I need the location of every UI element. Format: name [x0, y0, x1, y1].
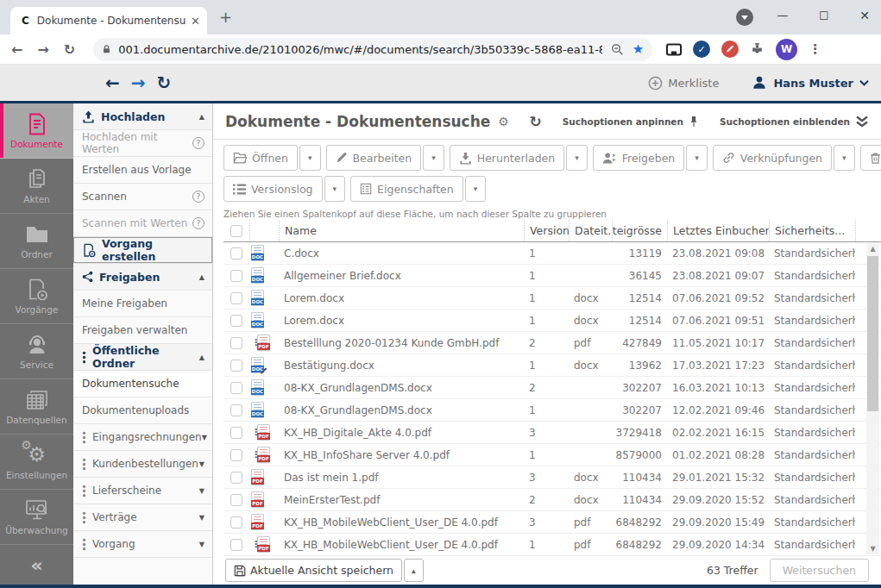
row-checkbox[interactable]	[230, 270, 242, 282]
row-checkbox[interactable]	[230, 315, 242, 327]
document-name[interactable]: KX_HB_Digitale_Akte 4.0.pdf	[279, 422, 524, 443]
freigeben-button[interactable]: Freigeben	[593, 145, 684, 171]
herunterladen-dropdown-icon[interactable]: ▾	[566, 145, 588, 171]
document-name[interactable]: Allgemeiner Brief.docx	[279, 265, 524, 286]
verknupfungen-button[interactable]: Verknüpfungen	[713, 145, 832, 171]
window-maximize-button[interactable]: □	[815, 9, 834, 21]
browser-back-icon[interactable]: ←	[11, 41, 22, 58]
table-row[interactable]: PDFKX_HB_MobileWebClient_User_DE 4.0.pdf…	[223, 511, 881, 534]
menu-item-hochladen-mit-werten[interactable]: Hochladen mit Werten?	[73, 130, 212, 157]
document-name[interactable]: Bestelllung 2020-01234 Kunde GmbH.pdf	[279, 332, 524, 353]
menu-item-offentliche-ordner[interactable]: Öffentliche Ordner▲	[73, 344, 212, 371]
menu-item-freigaben-verwalten[interactable]: Freigaben verwalten	[73, 317, 212, 344]
browser-forward-icon[interactable]: →	[37, 41, 48, 58]
sidebar-item-service[interactable]: Service	[0, 324, 73, 379]
row-checkbox[interactable]	[230, 292, 242, 304]
document-name[interactable]: KX_HB_MobileWebClient_User_DE 4.0.pdf	[279, 534, 524, 555]
help-icon[interactable]: ?	[192, 191, 205, 203]
row-checkbox[interactable]	[230, 494, 242, 506]
sidebar-item-dokumente[interactable]: Dokumente	[0, 103, 73, 159]
tab-search-icon[interactable]	[736, 9, 753, 26]
pin-search-options-button[interactable]: Suchoptionen anpinnen	[563, 116, 699, 128]
eigenschaften-dropdown-icon[interactable]: ▾	[465, 176, 487, 202]
verknupfungen-dropdown-icon[interactable]: ▾	[834, 145, 855, 171]
help-icon[interactable]: ?	[192, 217, 205, 229]
table-row[interactable]: DOCLorem.docx1docx1251407.06.2021 09:52S…	[223, 287, 881, 310]
app-reload-icon[interactable]: ↻	[157, 72, 172, 93]
puzzle-extensions-icon[interactable]	[750, 42, 765, 57]
refresh-results-icon[interactable]: ↻	[529, 113, 541, 130]
sidebar-item-einstellungen[interactable]: ⚙⚙Einstellungen	[0, 435, 73, 490]
show-search-options-button[interactable]: Suchoptionen einblenden	[720, 116, 869, 128]
user-menu[interactable]: Hans Muster	[752, 75, 869, 91]
table-row[interactable]: ⋮PDFKX_HB_MobileWebClient_User_DE 4.0.pd…	[223, 534, 881, 556]
continue-search-button[interactable]: Weitersuchen	[770, 559, 869, 582]
versionslog-button[interactable]: Versionslog	[223, 176, 323, 202]
tab-close-icon[interactable]: ✕	[191, 15, 200, 28]
browser-reload-icon[interactable]: ↻	[64, 41, 75, 58]
collapse-down-icon[interactable]: ▼	[199, 487, 205, 495]
collapse-up-icon[interactable]: ▲	[199, 113, 205, 121]
scrollbar-thumb[interactable]	[867, 256, 878, 411]
sidebar-item-akten[interactable]: Akten	[0, 159, 73, 214]
col-header-version[interactable]: Version	[524, 220, 569, 241]
browser-tab[interactable]: C Dokumente - Dokumentensuche ✕	[10, 7, 207, 34]
table-row[interactable]: DOCBestätigung.docx1docx1396217.03.2021 …	[223, 354, 881, 377]
herunterladen-button[interactable]: Herunterladen	[450, 145, 565, 171]
row-checkbox[interactable]	[230, 539, 242, 551]
row-checkbox[interactable]	[230, 516, 242, 529]
eigenschaften-button[interactable]: Eigenschaften	[350, 176, 463, 202]
menu-item-freigaben[interactable]: Freigaben▲	[73, 264, 212, 291]
versionslog-dropdown-icon[interactable]: ▾	[324, 176, 346, 202]
menu-item-kundenbestellungen[interactable]: Kundenbestellungen▼	[73, 451, 212, 478]
document-name[interactable]: KX_HB_MobileWebClient_User_DE 4.0.pdf	[279, 511, 524, 533]
menu-item-hochladen[interactable]: Hochladen▲	[73, 103, 212, 130]
col-header-name[interactable]: Name	[279, 220, 524, 241]
new-tab-button[interactable]: +	[219, 8, 232, 26]
row-checkbox[interactable]	[230, 449, 242, 461]
app-forward-icon[interactable]: →	[131, 72, 146, 93]
zoom-out-icon[interactable]	[611, 43, 624, 56]
sidebar-collapse-button[interactable]: «	[0, 545, 73, 585]
help-icon[interactable]: ?	[192, 137, 205, 149]
document-name[interactable]: C.docx	[279, 242, 524, 264]
sidebar-item-ordner[interactable]: Ordner	[0, 214, 73, 269]
bearbeiten-dropdown-icon[interactable]: ▾	[423, 145, 444, 171]
sidebar-item-vorgange[interactable]: Vorgänge	[0, 269, 73, 324]
col-header-checkin[interactable]: Letztes Einbuchen	[667, 220, 769, 241]
table-row[interactable]: ⋮PDFKX_HB_InfoShare Server 4.0.pdf185790…	[223, 444, 881, 466]
menu-item-vertrage[interactable]: Verträge▼	[73, 504, 212, 531]
col-header-security[interactable]: Sicherheits...	[769, 220, 855, 241]
menu-item-erstellen-aus-vorlage[interactable]: Erstellen aus Vorlage	[73, 157, 212, 184]
collapse-up-icon[interactable]: ▲	[199, 273, 205, 281]
scroll-up-icon[interactable]: ▲	[866, 242, 879, 254]
window-minimize-button[interactable]: —	[773, 9, 792, 22]
select-all-checkbox[interactable]	[230, 225, 242, 237]
menu-item-dokumentensuche[interactable]: Dokumentensuche	[73, 371, 212, 397]
table-row[interactable]: DOC08-KX_GrundlagenDMS.docx130220712.02.…	[223, 399, 881, 422]
loschen-button[interactable]: Löschen	[860, 145, 881, 171]
document-name[interactable]: KX_HB_InfoShare Server 4.0.pdf	[279, 444, 524, 466]
collapse-down-icon[interactable]: ▼	[199, 514, 205, 522]
document-name[interactable]: 08-KX_GrundlagenDMS.docx	[279, 377, 524, 398]
sidebar-item-datenquellen[interactable]: Datenquellen	[0, 379, 73, 435]
offnen-button[interactable]: Öffnen	[223, 145, 298, 171]
menu-item-vorgang-erstellen[interactable]: Vorgang erstellen	[73, 237, 212, 264]
title-gear-icon[interactable]: ⚙	[498, 115, 509, 128]
table-row[interactable]: DOCAllgemeiner Brief.docx13614523.08.202…	[223, 265, 881, 287]
col-header-filesize[interactable]: Dateigrösse	[612, 220, 667, 241]
table-row[interactable]: PDFMeinErsterTest.pdf2docx11043429.09.20…	[223, 489, 881, 511]
table-row[interactable]: ⋮PDFKX_HB_Digitale_Akte 4.0.pdf337294180…	[223, 422, 881, 444]
collapse-down-icon[interactable]: ▼	[202, 434, 207, 441]
save-view-button[interactable]: Aktuelle Ansicht speichern	[225, 559, 402, 582]
app-back-icon[interactable]: ←	[105, 72, 120, 93]
row-checkbox[interactable]	[230, 360, 242, 372]
table-row[interactable]: DOC08-KX_GrundlagenDMS.docx230220716.03.…	[223, 377, 881, 399]
row-checkbox[interactable]	[230, 427, 242, 439]
menu-item-scannen[interactable]: Scannen?	[73, 184, 212, 210]
menu-item-vorgang[interactable]: Vorgang▼	[73, 531, 212, 558]
collapse-down-icon[interactable]: ▼	[199, 541, 205, 548]
table-row[interactable]: PDFDas ist mein 1.pdf3docx11043429.01.20…	[223, 466, 881, 489]
menu-item-lieferscheine[interactable]: Lieferscheine▼	[73, 478, 212, 504]
col-header-filetype[interactable]: Dateit...	[569, 220, 612, 241]
